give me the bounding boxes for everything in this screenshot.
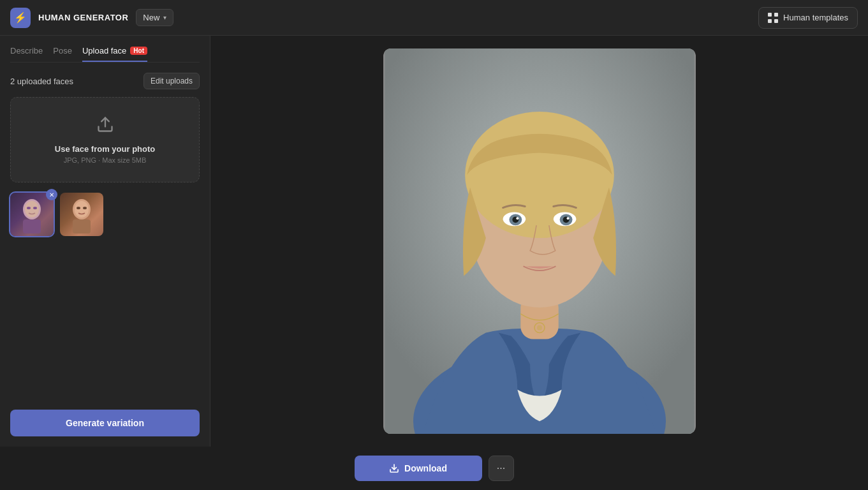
svg-point-20 <box>465 112 614 238</box>
thumbnail-list: ✕ <box>10 193 200 236</box>
download-button[interactable]: Download <box>355 456 482 481</box>
edit-uploads-button[interactable]: Edit uploads <box>143 73 200 89</box>
thumbnail-item[interactable] <box>60 193 103 236</box>
templates-label: Human templates <box>783 13 848 22</box>
svg-point-27 <box>516 217 519 219</box>
svg-point-12 <box>77 207 80 209</box>
drop-zone-subtitle: JPG, PNG · Max size 5MB <box>64 156 147 164</box>
chevron-down-icon: ▾ <box>163 14 166 21</box>
human-templates-button[interactable]: Human templates <box>758 7 858 29</box>
svg-point-28 <box>566 217 569 219</box>
hot-badge: Hot <box>130 47 147 55</box>
svg-point-11 <box>75 201 89 218</box>
generate-button[interactable]: Generate variation <box>10 410 200 436</box>
tab-upload-face[interactable]: Upload face Hot <box>82 46 147 62</box>
drop-zone-title: Use face from your photo <box>55 144 155 154</box>
svg-rect-0 <box>768 13 772 17</box>
svg-point-7 <box>27 207 31 209</box>
logo-icon: ⚡ <box>14 11 27 24</box>
thumbnail-item[interactable]: ✕ <box>10 193 54 236</box>
tab-describe[interactable]: Describe <box>10 46 43 62</box>
close-icon[interactable]: ✕ <box>46 189 57 200</box>
more-icon: ··· <box>497 463 505 474</box>
svg-rect-1 <box>774 13 778 17</box>
svg-rect-2 <box>768 19 772 23</box>
svg-point-30 <box>537 325 542 330</box>
tab-bar: Describe Pose Upload face Hot <box>10 46 200 63</box>
download-label: Download <box>404 463 447 473</box>
svg-point-6 <box>25 201 39 218</box>
svg-point-8 <box>33 207 37 209</box>
download-icon <box>389 463 399 473</box>
app-logo: ⚡ <box>10 8 31 28</box>
drop-zone[interactable]: Use face from your photo JPG, PNG · Max … <box>10 97 200 182</box>
main-layout: Describe Pose Upload face Hot 2 uploaded… <box>0 36 868 447</box>
sidebar: Describe Pose Upload face Hot 2 uploaded… <box>0 36 210 447</box>
upload-count: 2 uploaded faces <box>10 77 73 86</box>
portrait-svg <box>383 48 696 434</box>
app-title: HUMAN GENERATOR <box>38 13 128 22</box>
app-header: ⚡ HUMAN GENERATOR New ▾ Human templates <box>0 0 868 36</box>
generated-image <box>383 48 696 434</box>
thumbnail-image <box>10 193 54 236</box>
thumbnail-image <box>60 193 103 236</box>
svg-rect-9 <box>23 219 41 234</box>
svg-point-13 <box>83 207 87 209</box>
tab-pose[interactable]: Pose <box>53 46 72 62</box>
upload-header: 2 uploaded faces Edit uploads <box>10 73 200 89</box>
new-dropdown-button[interactable]: New ▾ <box>136 9 173 26</box>
grid-icon <box>768 13 778 23</box>
new-label: New <box>143 13 159 22</box>
content-area <box>210 36 868 447</box>
svg-rect-3 <box>774 19 778 23</box>
header-left: ⚡ HUMAN GENERATOR New ▾ <box>10 8 173 28</box>
svg-rect-14 <box>73 219 91 234</box>
bottom-bar: Download ··· <box>0 447 868 490</box>
upload-icon <box>96 115 114 138</box>
more-options-button[interactable]: ··· <box>489 456 514 481</box>
